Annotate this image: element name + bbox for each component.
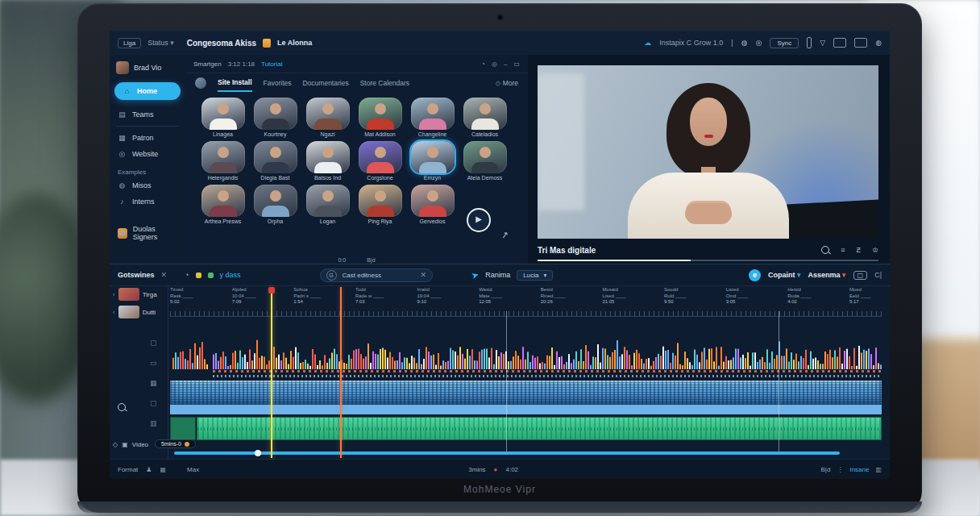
- assemble-button[interactable]: Assenma ▾: [808, 271, 846, 279]
- keyboard-icon[interactable]: ▥: [875, 466, 882, 473]
- sidebar-item-teams[interactable]: ▤ Teams: [110, 106, 185, 123]
- pen-tool-icon[interactable]: [807, 37, 812, 48]
- document-name[interactable]: Le Alonna: [277, 39, 312, 47]
- user-row[interactable]: Brad Vio: [110, 58, 185, 81]
- max-label[interactable]: Max: [187, 466, 199, 473]
- avatar-filter-icon[interactable]: [195, 77, 206, 89]
- avatar-card[interactable]: Cateladios: [459, 98, 511, 138]
- captions-icon[interactable]: ≡: [841, 246, 845, 254]
- close-icon[interactable]: ✕: [161, 271, 168, 279]
- sidebar-item-interns[interactable]: ♪ Interns: [110, 194, 185, 210]
- avatar-card[interactable]: Emzyn: [406, 141, 459, 181]
- timeline-search[interactable]: G ✕: [320, 268, 434, 282]
- spectral-audio-track[interactable]: [213, 339, 882, 369]
- subheader-icons: ◔ ◎ – ▭: [481, 60, 520, 68]
- avatar-card[interactable]: Kourtney: [249, 98, 301, 138]
- status-dropdown[interactable]: Status ▾: [147, 39, 174, 47]
- premium-icon[interactable]: ♔: [872, 246, 878, 254]
- avatar-card[interactable]: Batsos Ind: [301, 141, 354, 181]
- sidebar-item-patron[interactable]: ▦ Patron: [110, 130, 185, 146]
- piece-icon[interactable]: ♟: [146, 466, 152, 473]
- timecode: 4:02: [505, 466, 518, 473]
- avatar-card[interactable]: Ping Riya: [354, 185, 406, 225]
- collapse-icon[interactable]: C|: [874, 271, 882, 279]
- sidebar-item-website[interactable]: ◎ Website: [110, 146, 185, 162]
- clip-item-tirga[interactable]: ‹ Tirga: [110, 285, 168, 303]
- undo-icon[interactable]: ◔: [185, 271, 189, 279]
- profile-icon[interactable]: ◍: [875, 39, 882, 47]
- sidebar-item-home[interactable]: ⌂ Home: [114, 82, 181, 100]
- playhead-secondary[interactable]: [340, 287, 342, 458]
- avatar-card[interactable]: Logan: [301, 185, 354, 225]
- search-input[interactable]: [341, 271, 417, 280]
- avatar-card[interactable]: Gervedios: [406, 185, 459, 225]
- layout-icon[interactable]: ▦: [160, 466, 167, 473]
- expand-icon[interactable]: ▭: [513, 60, 520, 68]
- avatar-card[interactable]: Ngazi: [301, 98, 354, 138]
- subheader-left[interactable]: Smartgen: [193, 60, 222, 68]
- tutorial-link[interactable]: Tutorial: [261, 60, 282, 68]
- more-tabs[interactable]: ◇ More: [496, 79, 518, 87]
- search-icon[interactable]: [821, 246, 829, 254]
- blue-track-base[interactable]: [170, 405, 882, 414]
- horizontal-scrollbar[interactable]: [174, 452, 840, 455]
- video-canvas[interactable]: [538, 65, 878, 239]
- green-clip-start[interactable]: [170, 417, 196, 440]
- avatar-card[interactable]: Hetergandis: [197, 141, 249, 181]
- scrollbar-knob[interactable]: [255, 450, 261, 456]
- announce-icon[interactable]: ↗: [500, 229, 510, 241]
- filter-icon[interactable]: ▽: [820, 39, 825, 47]
- sidebar-item-misos[interactable]: ◍ Misos: [110, 177, 185, 194]
- minimize-icon[interactable]: –: [504, 60, 507, 68]
- insane-label[interactable]: Insane: [849, 466, 869, 473]
- sidebar-item-duolas-signers[interactable]: ☎ Duolas Signers: [110, 221, 185, 245]
- more-icon[interactable]: ⋮: [837, 466, 843, 473]
- avatar-torso: [262, 119, 289, 130]
- marker-green-icon[interactable]: [208, 273, 214, 278]
- preview-play-button[interactable]: ▶: [467, 208, 491, 232]
- avatar-card[interactable]: Corgstone: [354, 141, 406, 181]
- tab-site-install[interactable]: Site Install: [218, 74, 252, 92]
- avatar-card[interactable]: Mat Addison: [354, 98, 406, 138]
- playhead-primary[interactable]: [271, 287, 272, 458]
- monitor-icon[interactable]: [854, 38, 867, 48]
- avatar-head: [322, 190, 334, 202]
- account-label[interactable]: Instapix C Grow 1.0: [659, 39, 723, 47]
- spectral-clip-small[interactable]: [172, 339, 208, 369]
- avatar-card[interactable]: Orpha: [249, 185, 301, 225]
- playback-progress[interactable]: [538, 260, 878, 261]
- marker-yellow-icon[interactable]: [196, 273, 201, 278]
- history-icon[interactable]: ◔: [481, 60, 485, 68]
- avatar-card[interactable]: Ateia Demoss: [459, 141, 511, 181]
- subtitle-track[interactable]: [213, 369, 882, 379]
- timer-icon[interactable]: Ƶ: [856, 246, 861, 254]
- preset-dropdown[interactable]: Lucia ▾: [517, 270, 553, 281]
- avatar-head: [218, 103, 229, 114]
- app-logo[interactable]: Liga: [118, 38, 141, 48]
- spectrogram-track[interactable]: [170, 381, 882, 405]
- tab-store-calendars[interactable]: Store Calendars: [360, 75, 409, 91]
- avatar-card[interactable]: Changeline: [406, 98, 459, 138]
- display-icon[interactable]: [833, 38, 846, 48]
- tab-documentaries[interactable]: Documentaries: [302, 75, 348, 91]
- user-circle-icon[interactable]: ◍: [741, 39, 748, 47]
- tab-favorites[interactable]: Favorites: [264, 75, 292, 91]
- avatar-card[interactable]: Arthea Presws: [197, 185, 249, 225]
- sync-button[interactable]: Sync: [770, 38, 799, 48]
- settings-circle-icon[interactable]: ◎: [756, 39, 762, 47]
- avatar-card[interactable]: Diegia Bast: [249, 141, 301, 181]
- avatar-torso: [262, 206, 289, 217]
- avatar-card[interactable]: Linagea: [197, 98, 249, 138]
- clear-search-icon[interactable]: ✕: [421, 271, 427, 279]
- bird-share-icon[interactable]: ➤: [470, 268, 480, 281]
- language-icon[interactable]: ◎: [492, 60, 497, 68]
- bracket-icon[interactable]: ▢: [853, 271, 868, 280]
- record-icon[interactable]: ●: [494, 466, 498, 473]
- assistant-icon[interactable]: e: [749, 269, 761, 281]
- office-background: Liga Status ▾ Congesoma Akiss Le Alonna …: [0, 0, 980, 516]
- share-label[interactable]: Ranima: [485, 271, 510, 279]
- format-label[interactable]: Format: [118, 466, 138, 473]
- tools-link[interactable]: y dass: [220, 271, 241, 279]
- timeline-ruler[interactable]: TimedRask ____5:02Alpiled10:04 ____7:09S…: [170, 287, 882, 311]
- copilot-button[interactable]: Copaint ▾: [768, 271, 801, 279]
